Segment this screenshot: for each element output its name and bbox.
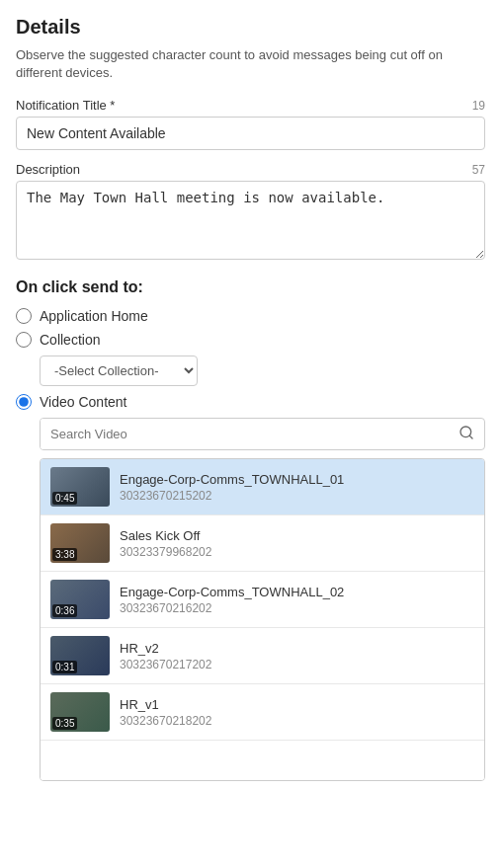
collection-select-wrapper: -Select Collection- xyxy=(40,355,485,386)
notification-title-input[interactable] xyxy=(16,117,485,150)
video-id: 30323379968202 xyxy=(120,545,474,559)
description-label: Description xyxy=(16,162,80,177)
radio-video-content[interactable]: Video Content xyxy=(16,394,485,410)
video-title: HR_v2 xyxy=(120,641,474,656)
video-title: HR_v1 xyxy=(120,697,474,712)
video-thumbnail: 0:36 xyxy=(50,580,110,619)
radio-collection-label: Collection xyxy=(40,332,100,348)
video-duration: 0:45 xyxy=(52,492,77,505)
video-thumbnail: 0:35 xyxy=(50,692,110,732)
description-input[interactable]: The May Town Hall meeting is now availab… xyxy=(16,181,485,260)
radio-video-content-input[interactable] xyxy=(16,394,32,410)
search-icon xyxy=(459,425,474,440)
video-item[interactable]: 0:35 HR_v1 30323670218202 xyxy=(41,684,484,741)
video-search-input[interactable] xyxy=(41,419,449,449)
collection-select[interactable]: -Select Collection- xyxy=(40,355,198,386)
video-item[interactable]: 0:45 Engage-Corp-Comms_TOWNHALL_01 30323… xyxy=(41,459,484,515)
section-title: Details xyxy=(16,16,485,39)
notification-title-row: Notification Title * 19 xyxy=(16,98,485,113)
radio-video-content-label: Video Content xyxy=(40,394,126,410)
description-char-count: 57 xyxy=(472,163,485,177)
notification-title-label: Notification Title * xyxy=(16,98,115,113)
video-thumbnail: 0:45 xyxy=(50,467,110,507)
video-title: Engage-Corp-Comms_TOWNHALL_01 xyxy=(120,472,474,487)
video-title: Engage-Corp-Comms_TOWNHALL_02 xyxy=(120,585,474,599)
video-id: 30323670217202 xyxy=(120,658,474,671)
video-item[interactable]: 0:36 Engage-Corp-Comms_TOWNHALL_02 30323… xyxy=(41,572,484,628)
video-duration: 3:38 xyxy=(52,548,77,561)
video-search-box xyxy=(40,418,485,450)
description-row: Description 57 xyxy=(16,162,485,177)
radio-app-home[interactable]: Application Home xyxy=(16,308,485,324)
video-info: Engage-Corp-Comms_TOWNHALL_01 3032367021… xyxy=(120,472,474,503)
radio-collection-input[interactable] xyxy=(16,332,32,348)
video-info: HR_v2 30323670217202 xyxy=(120,641,474,671)
video-thumbnail: 0:31 xyxy=(50,636,110,675)
video-info: Engage-Corp-Comms_TOWNHALL_02 3032367021… xyxy=(120,585,474,615)
video-id: 30323670216202 xyxy=(120,601,474,615)
video-item[interactable]: 0:31 HR_v2 30323670217202 xyxy=(41,628,484,684)
notification-title-char-count: 19 xyxy=(472,99,485,113)
video-title: Sales Kick Off xyxy=(120,528,474,543)
video-id: 30323670215202 xyxy=(120,489,474,503)
video-search-button[interactable] xyxy=(449,425,484,444)
svg-line-1 xyxy=(469,435,472,438)
video-item[interactable]: 3:38 Sales Kick Off 30323379968202 xyxy=(41,515,484,572)
video-info: Sales Kick Off 30323379968202 xyxy=(120,528,474,559)
section-description: Observe the suggested character count to… xyxy=(16,46,485,82)
video-list-empty-row xyxy=(41,741,484,780)
page-container: Details Observe the suggested character … xyxy=(0,0,501,797)
video-thumbnail: 3:38 xyxy=(50,523,110,563)
video-id: 30323670218202 xyxy=(120,714,474,728)
video-duration: 0:35 xyxy=(52,717,77,730)
radio-collection[interactable]: Collection xyxy=(16,332,485,348)
video-list: 0:45 Engage-Corp-Comms_TOWNHALL_01 30323… xyxy=(40,458,485,781)
video-duration: 0:31 xyxy=(52,661,77,673)
on-click-title: On click send to: xyxy=(16,278,485,296)
radio-app-home-label: Application Home xyxy=(40,308,148,324)
video-info: HR_v1 30323670218202 xyxy=(120,697,474,728)
radio-app-home-input[interactable] xyxy=(16,308,32,324)
video-duration: 0:36 xyxy=(52,604,77,617)
